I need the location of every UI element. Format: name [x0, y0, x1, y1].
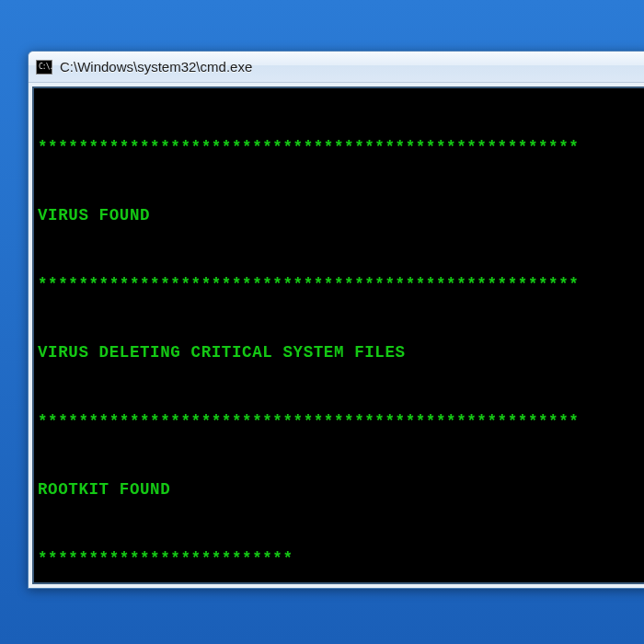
- terminal-line: *************************: [38, 547, 643, 570]
- terminal-line: ****************************************…: [38, 273, 643, 296]
- cmd-icon: C:\.: [36, 60, 52, 75]
- terminal-line: VIRUS FOUND: [38, 204, 643, 227]
- terminal-output[interactable]: ****************************************…: [32, 86, 644, 584]
- terminal-line: ****************************************…: [38, 136, 643, 159]
- cmd-window: C:\. C:\Windows\system32\cmd.exe *******…: [28, 51, 644, 589]
- terminal-line: VIRUS DELETING CRITICAL SYSTEM FILES: [38, 341, 643, 364]
- terminal-line: ****************************************…: [38, 410, 643, 433]
- window-titlebar[interactable]: C:\. C:\Windows\system32\cmd.exe: [29, 52, 644, 83]
- window-title: C:\Windows\system32\cmd.exe: [60, 59, 252, 75]
- terminal-line: ROOTKIT FOUND: [38, 478, 643, 501]
- cmd-icon-label: C:\.: [39, 63, 52, 71]
